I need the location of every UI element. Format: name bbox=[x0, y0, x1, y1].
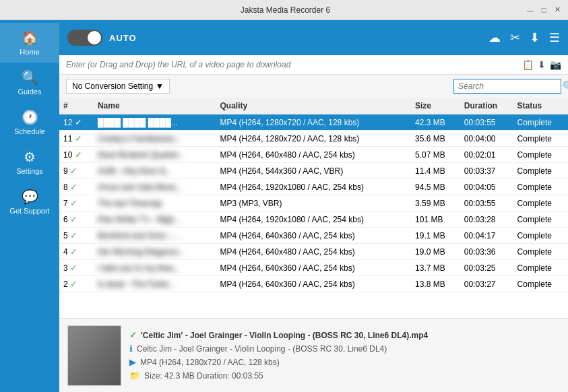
minimize-button[interactable]: — bbox=[525, 5, 536, 15]
row-check-icon: ✓ bbox=[75, 133, 82, 143]
sidebar-settings-label: Settings bbox=[16, 167, 43, 175]
table-row[interactable]: 9 ✓ Anifit - Hey there &... MP4 (H264, 5… bbox=[59, 163, 568, 179]
close-button[interactable]: ✕ bbox=[552, 5, 563, 15]
cell-size: 19.0 MB bbox=[411, 244, 460, 260]
paste-icon[interactable]: 📋 bbox=[522, 59, 534, 70]
cell-size: 5.07 MB bbox=[411, 147, 460, 163]
row-check-icon: ✓ bbox=[70, 166, 77, 176]
bottom-quality-row: ▶ MP4 (H264, 1280x720 / AAC, 128 kbs) bbox=[129, 357, 560, 367]
play-icon: ▶ bbox=[129, 357, 136, 367]
cell-duration: 00:03:55 bbox=[460, 195, 513, 211]
toggle-knob bbox=[88, 31, 101, 44]
guides-icon: 🔍 bbox=[22, 69, 38, 86]
maximize-button[interactable]: □ bbox=[538, 5, 549, 15]
cell-status: Complete bbox=[513, 228, 568, 244]
row-check-icon: ✓ bbox=[70, 263, 77, 273]
cell-size: 19.1 MB bbox=[411, 228, 460, 244]
menu-icon[interactable]: ☰ bbox=[549, 30, 560, 45]
sidebar-item-support[interactable]: 💬 Get Support bbox=[0, 182, 59, 222]
sidebar-item-guides[interactable]: 🔍 Guides bbox=[0, 63, 59, 102]
search-box: 🔍 bbox=[453, 79, 561, 94]
col-status: Status bbox=[513, 98, 568, 115]
cell-duration: 00:03:27 bbox=[460, 276, 513, 292]
row-check-icon: ✓ bbox=[70, 247, 77, 257]
cloud-icon[interactable]: ☁ bbox=[488, 30, 501, 45]
app-title: Jaksta Media Recorder 6 bbox=[46, 5, 525, 15]
conversion-dropdown[interactable]: No Conversion Setting ▼ bbox=[66, 79, 170, 94]
auto-toggle[interactable] bbox=[67, 30, 102, 46]
search-input[interactable] bbox=[458, 81, 560, 91]
conversion-label: No Conversion Setting bbox=[72, 81, 153, 91]
sidebar-item-home[interactable]: 🏠 Home bbox=[0, 23, 59, 63]
col-duration: Duration bbox=[460, 98, 513, 115]
cell-num: 4 ✓ bbox=[59, 244, 94, 260]
table-row[interactable]: 4 ✓ Her Morning Elegance... MP4 (H264, 6… bbox=[59, 244, 568, 260]
cell-status: Complete bbox=[513, 163, 568, 179]
row-check-icon: ✓ bbox=[70, 214, 77, 224]
settings-icon: ⚙ bbox=[24, 149, 36, 165]
row-check-icon: ✓ bbox=[70, 198, 77, 208]
cell-num: 5 ✓ bbox=[59, 228, 94, 244]
cell-name: Her Morning Elegance... bbox=[94, 244, 216, 260]
cell-status: Complete bbox=[513, 147, 568, 163]
cell-name: Arnus and Julia Mono... bbox=[94, 179, 216, 195]
schedule-icon: 🕐 bbox=[22, 109, 38, 125]
cell-quality: MP4 (H264, 640x360 / AAC, 254 kbs) bbox=[216, 260, 412, 276]
cell-quality: MP3 (MP3, VBR) bbox=[216, 195, 412, 211]
table-row[interactable]: 11 ✓ Credey's Familiarizes... MP4 (H264,… bbox=[59, 131, 568, 147]
titlebar: Jaksta Media Recorder 6 — □ ✕ bbox=[0, 0, 568, 20]
info-icon: ℹ bbox=[129, 344, 133, 354]
cell-size: 35.6 MB bbox=[411, 131, 460, 147]
cell-quality: MP4 (H264, 640x360 / AAC, 254 kbs) bbox=[216, 228, 412, 244]
table-row[interactable]: 8 ✓ Arnus and Julia Mono... MP4 (H264, 1… bbox=[59, 179, 568, 195]
col-size: Size bbox=[411, 98, 460, 115]
camera-icon[interactable]: 📷 bbox=[550, 59, 561, 70]
cell-size: 3.59 MB bbox=[411, 195, 460, 211]
cell-num: 2 ✓ bbox=[59, 276, 94, 292]
cell-name: Is dead - The Farbe... bbox=[94, 276, 216, 292]
table-row[interactable]: 2 ✓ Is dead - The Farbe... MP4 (H264, 64… bbox=[59, 276, 568, 292]
bottom-info-text: Celtic Jim - Joel Grainger - Violin Loop… bbox=[137, 344, 387, 354]
url-download-icon[interactable]: ⬇ bbox=[538, 59, 546, 70]
sidebar-support-label: Get Support bbox=[9, 207, 49, 215]
table-row[interactable]: 12 ✓ ████ ████ ████... MP4 (H264, 1280x7… bbox=[59, 115, 568, 131]
urlbar: 📋 ⬇ 📷 bbox=[59, 55, 568, 75]
conversion-bar: No Conversion Setting ▼ 🔍 bbox=[59, 75, 568, 98]
table-row[interactable]: 10 ✓ Dave Brubeck Quartet... MP4 (H264, … bbox=[59, 147, 568, 163]
cell-num: 10 ✓ bbox=[59, 147, 94, 163]
cell-quality: MP4 (H264, 640x480 / AAC, 254 kbs) bbox=[216, 147, 412, 163]
bottom-quality: MP4 (H264, 1280x720 / AAC, 128 kbs) bbox=[140, 358, 280, 367]
cell-size: 13.8 MB bbox=[411, 276, 460, 292]
col-number: # bbox=[59, 98, 94, 115]
cell-duration: 00:04:17 bbox=[460, 228, 513, 244]
cell-quality: MP4 (H264, 1920x1080 / AAC, 254 kbs) bbox=[216, 179, 412, 195]
table-row[interactable]: 7 ✓ The last Timemap MP3 (MP3, VBR) 3.59… bbox=[59, 195, 568, 211]
support-icon: 💬 bbox=[22, 189, 38, 205]
cell-status: Complete bbox=[513, 131, 568, 147]
sidebar-home-label: Home bbox=[20, 48, 39, 56]
sidebar-item-settings[interactable]: ⚙ Settings bbox=[0, 142, 59, 182]
download-icon[interactable]: ⬇ bbox=[530, 30, 540, 45]
scissors-icon[interactable]: ✂ bbox=[510, 30, 520, 45]
table-row[interactable]: 6 ✓ Plan White T's - Migh... MP4 (H264, … bbox=[59, 211, 568, 228]
cell-status: Complete bbox=[513, 211, 568, 228]
cell-duration: 00:03:36 bbox=[460, 244, 513, 260]
cell-quality: MP4 (H264, 1920x1080 / AAC, 254 kbs) bbox=[216, 211, 412, 228]
cell-quality: MP4 (H264, 1280x720 / AAC, 128 kbs) bbox=[216, 131, 412, 147]
url-input[interactable] bbox=[66, 60, 522, 69]
cell-status: Complete bbox=[513, 260, 568, 276]
cell-duration: 00:04:00 bbox=[460, 131, 513, 147]
cell-name: Dave Brubeck Quartet... bbox=[94, 147, 216, 163]
row-check-icon: ✓ bbox=[75, 150, 82, 160]
table-row[interactable]: 5 ✓ Mumford and Sons -... MP4 (H264, 640… bbox=[59, 228, 568, 244]
table-row[interactable]: 3 ✓ I take you to my drea... MP4 (H264, … bbox=[59, 260, 568, 276]
sidebar-item-schedule[interactable]: 🕐 Schedule bbox=[0, 102, 59, 142]
cell-num: 6 ✓ bbox=[59, 211, 94, 228]
home-icon: 🏠 bbox=[22, 30, 38, 46]
cell-name: Anifit - Hey there &... bbox=[94, 163, 216, 179]
cell-duration: 00:03:28 bbox=[460, 211, 513, 228]
check-icon: ✓ bbox=[129, 330, 137, 340]
cell-quality: MP4 (H264, 640x360 / AAC, 254 kbs) bbox=[216, 276, 412, 292]
cell-duration: 00:04:05 bbox=[460, 179, 513, 195]
sidebar: 🏠 Home 🔍 Guides 🕐 Schedule ⚙ Settings 💬 … bbox=[0, 20, 59, 392]
